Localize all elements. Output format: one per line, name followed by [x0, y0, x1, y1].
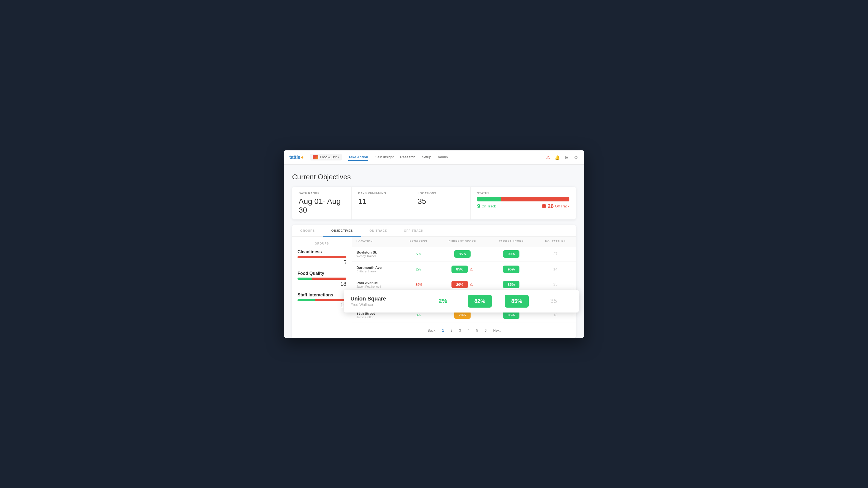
tab-off-track[interactable]: Off Track	[396, 225, 432, 237]
on-track-count: 9	[477, 203, 480, 209]
status-bar-red	[501, 197, 569, 202]
highlighted-tattles: 35	[535, 298, 572, 305]
group-staff-bar-red	[315, 299, 346, 301]
group-food-quality-count: 18	[298, 281, 346, 287]
date-range-label: Date Range	[299, 192, 345, 195]
off-track-label: Off Track	[555, 204, 570, 208]
brand-label: Food & Drink	[320, 155, 339, 159]
group-cleanliness-name: Cleanliness	[298, 249, 346, 254]
status-bar	[477, 197, 569, 202]
pagination-next[interactable]: Next	[491, 327, 503, 334]
table-row[interactable]: Boylston St. Wendy Trainer 5% 85% 90% 27	[352, 246, 576, 262]
status-card: Status 9 On Track ! 26	[471, 187, 576, 219]
group-cleanliness-bar-red	[298, 256, 346, 258]
grid-icon[interactable]: ⊞	[564, 154, 569, 160]
group-staff-count: 12	[298, 302, 346, 309]
content-area: Groups Cleanliness 5 Food Quality	[292, 237, 576, 338]
col-target-score: Target Score	[488, 237, 535, 246]
highlighted-current-score: 82%	[468, 295, 492, 308]
group-staff-bar-green	[298, 299, 315, 301]
cell-location: Dartmouth Ave Brittany Starek	[352, 262, 400, 277]
tab-objectives[interactable]: Objectives	[323, 225, 362, 237]
pagination-page-2[interactable]: 2	[448, 327, 455, 334]
col-location: Location	[352, 237, 400, 246]
highlighted-location-manager: Fred Wallace	[352, 302, 425, 307]
group-cleanliness-count: 5	[298, 259, 346, 266]
pagination-page-1[interactable]: 1	[440, 327, 446, 334]
highlighted-score-cell: 82%	[461, 295, 498, 308]
pagination-page-6[interactable]: 6	[483, 327, 489, 334]
table-wrapper: Location Progress Current Score Target S…	[352, 237, 576, 338]
nav-admin[interactable]: Admin	[438, 154, 448, 161]
groups-label: Groups	[298, 242, 346, 245]
group-food-quality-name: Food Quality	[298, 271, 346, 276]
days-remaining-value: 11	[358, 197, 404, 206]
cell-tattles: 27	[535, 246, 576, 262]
nav-research[interactable]: Research	[400, 154, 415, 161]
nav-take-action[interactable]: Take Action	[348, 154, 368, 161]
table-row[interactable]: Dartmouth Ave Brittany Starek 2% 85% ⚠ 9…	[352, 262, 576, 277]
table-section: Groups Objectives On Track Off Track Gro…	[292, 225, 576, 338]
nav-links: Take Action Gain Insight Research Setup …	[348, 154, 539, 161]
days-remaining-card: Days Remianing 11	[351, 187, 411, 219]
alert-icon[interactable]: ⚠	[546, 154, 551, 160]
settings-icon[interactable]: ⚙	[573, 154, 579, 160]
group-staff-interactions-bar	[298, 299, 346, 301]
status-bar-green	[477, 197, 501, 202]
group-cleanliness: Cleanliness 5	[298, 249, 346, 266]
page-title: Current Objectives	[292, 173, 576, 181]
notification-icon[interactable]: 🔔	[555, 154, 560, 160]
highlighted-location: Union Square Fred Wallace	[352, 296, 425, 307]
brand-pill[interactable]: Food & Drink	[310, 154, 342, 160]
cell-location: Boylston St. Wendy Trainer	[352, 246, 400, 262]
status-indicators: 9 On Track ! 26 Off Track	[477, 203, 569, 209]
col-current-score: Current Score	[437, 237, 488, 246]
tab-groups[interactable]: Groups	[292, 225, 323, 237]
nav-icons: ⚠ 🔔 ⊞ ⚙	[546, 154, 579, 160]
group-cleanliness-bar	[298, 256, 346, 258]
highlighted-location-name: Union Square	[352, 296, 425, 302]
locations-label: Locations	[417, 192, 464, 195]
nav-bar: tattle● Food & Drink Take Action Gain In…	[284, 150, 584, 164]
off-track-count: 26	[548, 203, 554, 209]
date-range-value: Aug 01- Aug 30	[299, 197, 345, 215]
col-progress: Progress	[400, 237, 437, 246]
tab-on-track[interactable]: On Track	[361, 225, 396, 237]
cell-progress: 2%	[400, 262, 437, 277]
highlighted-target-cell: 85%	[498, 295, 535, 308]
highlighted-row: Union Square Fred Wallace 2% 82% 85% 35	[352, 290, 576, 312]
app-logo: tattle●	[289, 154, 304, 160]
group-food-quality-bar	[298, 278, 346, 280]
pagination-page-5[interactable]: 5	[474, 327, 480, 334]
group-food-quality-bar-green	[298, 278, 312, 280]
cell-current-score: 85%	[437, 246, 488, 262]
nav-gain-insight[interactable]: Gain Insight	[375, 154, 394, 161]
status-bar-container: 9 On Track ! 26 Off Track	[477, 197, 569, 209]
cell-current-score: 85% ⚠	[437, 262, 488, 277]
group-food-quality-bar-red	[312, 278, 346, 280]
pagination-page-3[interactable]: 3	[457, 327, 463, 334]
cell-target-score: 90%	[488, 246, 535, 262]
highlighted-progress: 2%	[425, 298, 461, 305]
cell-tattles: 14	[535, 262, 576, 277]
logo-text: tattle	[289, 154, 300, 160]
off-track-indicator: ! 26 Off Track	[542, 203, 569, 209]
tabs: Groups Objectives On Track Off Track	[292, 225, 576, 237]
group-food-quality: Food Quality 18	[298, 271, 346, 287]
nav-setup[interactable]: Setup	[422, 154, 431, 161]
cell-target-score: 95%	[488, 262, 535, 277]
browser-window: tattle● Food & Drink Take Action Gain In…	[284, 150, 584, 338]
pagination-back[interactable]: Back	[425, 327, 438, 334]
status-label: Status	[477, 192, 569, 195]
cell-progress: 5%	[400, 246, 437, 262]
pagination: Back 1 2 3 4 5 6 Next	[352, 323, 576, 338]
groups-sidebar: Groups Cleanliness 5 Food Quality	[292, 237, 352, 338]
on-track-label: On Track	[482, 204, 496, 208]
group-staff-interactions: Staff Interactions 12	[298, 293, 346, 309]
pagination-page-4[interactable]: 4	[465, 327, 472, 334]
warning-triangle-icon: !	[542, 204, 546, 208]
days-remaining-label: Days Remianing	[358, 192, 404, 195]
on-track-indicator: 9 On Track	[477, 203, 496, 209]
locations-card: Locations 35	[411, 187, 471, 219]
warning-icon: ⚠	[469, 267, 473, 271]
